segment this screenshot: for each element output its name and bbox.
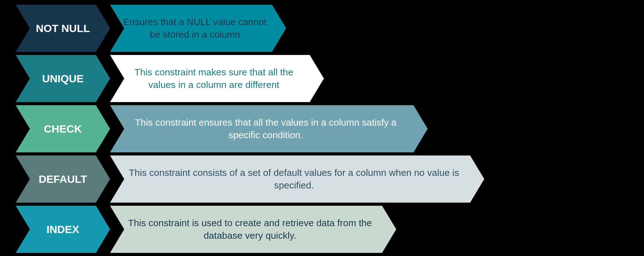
constraint-label: UNIQUE [16,55,110,102]
constraint-label: INDEX [16,206,110,253]
constraint-label: CHECK [16,105,110,152]
constraint-description: Ensures that a NULL value cannot be stor… [110,5,286,52]
constraint-label: DEFAULT [16,155,110,203]
constraint-description: This constraint is used to create and re… [110,206,396,253]
constraint-description: This constraint ensures that all the val… [110,105,428,152]
constraint-label: NOT NULL [16,5,110,52]
constraint-description: This constraint consists of a set of def… [110,155,484,203]
constraint-description: This constraint makes sure that all the … [110,55,324,102]
